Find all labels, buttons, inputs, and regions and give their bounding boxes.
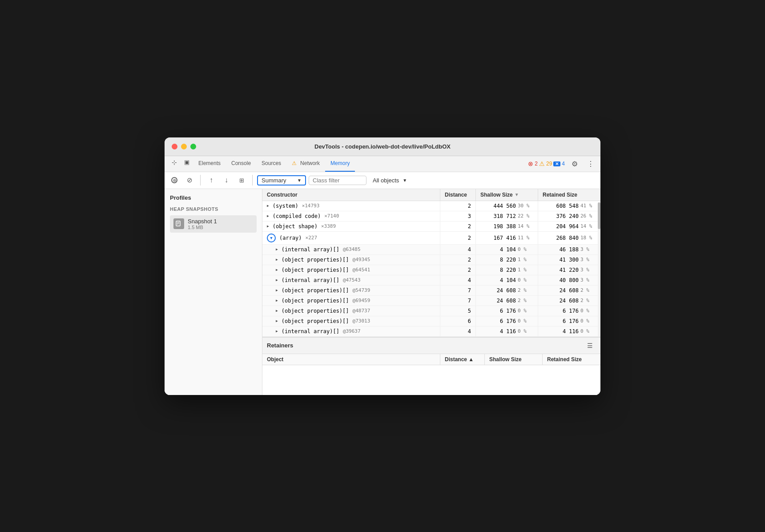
expand-arrow[interactable]: ▶ — [276, 329, 278, 333]
all-objects-dropdown[interactable]: All objects ▼ — [369, 176, 411, 185]
class-filter-input[interactable] — [309, 176, 366, 185]
table-row[interactable]: ▶ (system) ×14793 2 444 56030 % 608 5484… — [262, 201, 600, 211]
cell-retained: 4 1160 % — [538, 326, 600, 336]
scrollbar-track[interactable] — [598, 202, 600, 337]
table-row[interactable]: ▶ (compiled code) ×7140 3 318 71222 % 37… — [262, 211, 600, 222]
retainers-menu-icon[interactable]: ☰ — [584, 339, 596, 352]
table-row[interactable]: ▶ (internal array)[] @63485 4 4 1040 % 4… — [262, 245, 600, 255]
expand-arrow[interactable]: ▶ — [267, 224, 269, 228]
tab-icons-right: ⊗ 2 ⚠ 29 ✕ 4 ⚙ ⋮ — [528, 156, 597, 172]
more-icon[interactable]: ⋮ — [584, 157, 597, 170]
scrollbar-thumb[interactable] — [598, 202, 600, 229]
cell-distance: 2 — [440, 265, 476, 275]
retainers-header-retained: Retained Size — [543, 354, 600, 365]
memory-toolbar: ⊘ ↑ ↓ ⊞ Summary ▼ All objects ▼ — [165, 172, 600, 189]
expand-arrow[interactable]: ▶ — [276, 319, 278, 323]
cell-shallow: 318 71222 % — [476, 211, 538, 221]
tab-memory[interactable]: Memory — [325, 156, 355, 172]
header-retained-size: Retained Size — [538, 189, 600, 201]
data-panel: Constructor Distance Shallow Size ▼ Reta… — [262, 189, 600, 395]
cell-retained: 24 6082 % — [538, 296, 600, 306]
table-row[interactable]: ▶ (object properties)[] @48737 5 6 1760 … — [262, 306, 600, 316]
heap-table[interactable]: Constructor Distance Shallow Size ▼ Reta… — [262, 189, 600, 337]
table-row[interactable]: ▶ (object properties)[] @64541 2 8 2201 … — [262, 265, 600, 275]
table-row[interactable]: ▶ (object properties)[] @69459 7 24 6082… — [262, 296, 600, 306]
tab-console[interactable]: Console — [226, 156, 256, 172]
array-expand-circle[interactable]: ▼ — [267, 234, 276, 242]
cell-constructor: ▶ (internal array)[] @63485 — [262, 245, 440, 254]
cell-distance: 6 — [440, 316, 476, 326]
record-button[interactable] — [168, 174, 181, 186]
cell-constructor: ▶ (object properties)[] @64541 — [262, 265, 440, 275]
retainers-header-object: Object — [262, 354, 440, 365]
device-icon[interactable]: ▣ — [181, 156, 193, 169]
cell-constructor: ▼ (array) ×227 — [262, 232, 440, 244]
summary-dropdown[interactable]: Summary ▼ — [257, 175, 306, 185]
cell-shallow: 8 2201 % — [476, 265, 538, 275]
table-row[interactable]: ▶ (object shape) ×3389 2 198 38814 % 204… — [262, 222, 600, 232]
cell-distance: 7 — [440, 286, 476, 295]
table-row[interactable]: ▶ (object properties)[] @54739 7 24 6082… — [262, 286, 600, 296]
expand-arrow[interactable]: ▶ — [276, 278, 278, 282]
table-row[interactable]: ▶ (internal array)[] @47543 4 4 1040 % 4… — [262, 275, 600, 286]
minimize-button[interactable] — [181, 144, 187, 149]
tab-bar: ⊹ ▣ Elements Console Sources ⚠ Network M… — [165, 156, 600, 172]
cell-retained: 6 1760 % — [538, 316, 600, 326]
header-constructor: Constructor — [262, 189, 440, 201]
expand-arrow[interactable]: ▶ — [276, 309, 278, 313]
retainers-table-header: Object Distance ▲ Shallow Size Retained … — [262, 354, 600, 365]
expand-arrow[interactable]: ▶ — [276, 288, 278, 292]
expand-arrow[interactable]: ▶ — [276, 268, 278, 272]
snapshot-item[interactable]: Snapshot 1 1.5 MB — [170, 215, 257, 233]
collect-button[interactable]: ⊞ — [235, 174, 248, 186]
warning-badge-icon: ⚠ — [539, 160, 545, 167]
warning-icon: ⚠ — [292, 160, 297, 166]
table-row[interactable]: ▶ (internal array)[] @39637 4 4 1160 % 4… — [262, 326, 600, 337]
cell-distance: 7 — [440, 296, 476, 306]
cell-distance: 2 — [440, 201, 476, 211]
expand-arrow[interactable]: ▶ — [267, 204, 269, 208]
cell-shallow: 198 38814 % — [476, 222, 538, 231]
cell-constructor: ▶ (system) ×14793 — [262, 201, 440, 211]
close-button[interactable] — [172, 144, 177, 149]
table-row[interactable]: ▶ (object properties)[] @73013 6 6 1760 … — [262, 316, 600, 326]
expand-arrow[interactable]: ▶ — [267, 214, 269, 218]
expand-arrow[interactable]: ▶ — [276, 247, 278, 251]
cell-distance: 4 — [440, 245, 476, 254]
tab-elements[interactable]: Elements — [193, 156, 226, 172]
main-content: Profiles HEAP SNAPSHOTS Snapshot 1 1.5 M — [165, 189, 600, 395]
clear-button[interactable]: ⊘ — [183, 174, 196, 186]
tab-sources[interactable]: Sources — [256, 156, 286, 172]
maximize-button[interactable] — [190, 144, 196, 149]
sidebar-title: Profiles — [170, 194, 257, 201]
cell-distance: 4 — [440, 326, 476, 336]
cell-constructor: ▶ (object properties)[] @73013 — [262, 316, 440, 326]
retainers-title: Retainers — [267, 342, 293, 349]
error-icon: ⊗ — [528, 160, 533, 167]
download-button[interactable]: ↓ — [220, 174, 233, 186]
sort-arrow: ▼ — [515, 192, 519, 197]
retainers-header-distance[interactable]: Distance ▲ — [440, 354, 485, 365]
header-shallow-size[interactable]: Shallow Size ▼ — [476, 189, 538, 201]
tab-network[interactable]: ⚠ Network — [286, 156, 325, 172]
table-row[interactable]: ▼ (array) ×227 2 167 41611 % 268 84018 % — [262, 232, 600, 245]
expand-arrow[interactable]: ▶ — [276, 298, 278, 302]
cursor-icon[interactable]: ⊹ — [168, 156, 181, 169]
window-title: DevTools - codepen.io/web-dot-dev/live/P… — [314, 143, 451, 150]
cell-constructor: ▶ (object properties)[] @48737 — [262, 306, 440, 316]
expand-arrow[interactable]: ▶ — [276, 258, 278, 262]
cell-retained: 24 6082 % — [538, 286, 600, 295]
cell-distance: 5 — [440, 306, 476, 316]
upload-button[interactable]: ↑ — [205, 174, 217, 186]
separator-2 — [252, 175, 253, 185]
cell-retained: 41 3003 % — [538, 255, 600, 265]
cell-retained: 376 24026 % — [538, 211, 600, 221]
settings-icon[interactable]: ⚙ — [568, 157, 581, 170]
table-header: Constructor Distance Shallow Size ▼ Reta… — [262, 189, 600, 201]
cell-retained: 268 84018 % — [538, 232, 600, 244]
table-rows: ▶ (system) ×14793 2 444 56030 % 608 5484… — [262, 201, 600, 337]
cell-constructor: ▶ (object properties)[] @54739 — [262, 286, 440, 295]
table-row[interactable]: ▶ (object properties)[] @49345 2 8 2201 … — [262, 255, 600, 265]
traffic-lights — [172, 144, 196, 149]
snapshot-icon — [173, 218, 184, 229]
